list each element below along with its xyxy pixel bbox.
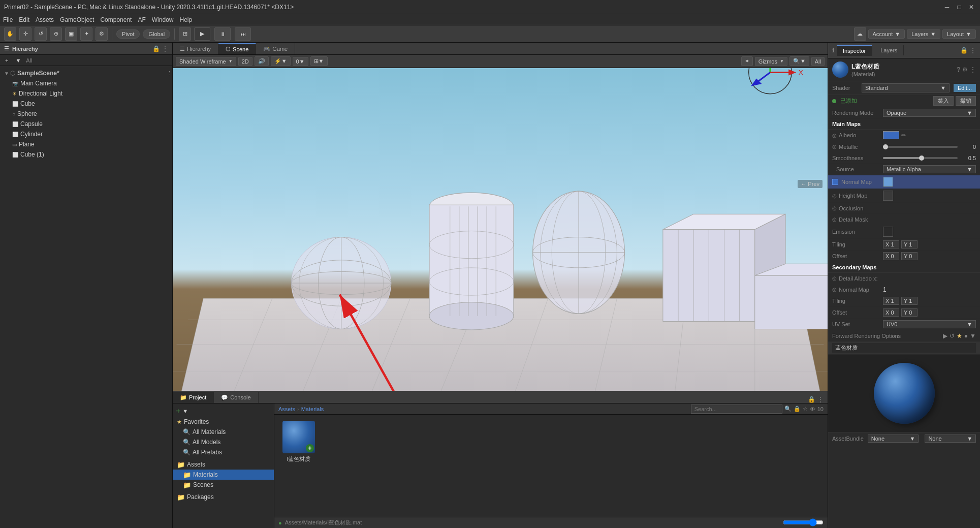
offset-y-input[interactable]: Y 0 — [901, 252, 918, 260]
minimize-button[interactable]: ─ — [942, 3, 952, 12]
all-models-item[interactable]: 🔍 All Models — [173, 437, 274, 447]
cube-item[interactable]: ⬜ Cube — [0, 99, 172, 109]
plane-item[interactable]: ▭ Plane — [0, 139, 172, 149]
main-camera-item[interactable]: 📷 Main Camera — [0, 78, 172, 88]
forward-more-icon[interactable]: ▼ — [970, 332, 976, 339]
project-lock-icon[interactable]: 🔒 — [808, 396, 815, 403]
undo-button[interactable]: 撤销 — [956, 96, 976, 106]
audio-button[interactable]: 🔊 — [255, 56, 269, 66]
tiling-x-input[interactable]: X 1 — [883, 240, 899, 249]
hierarchy-add-button[interactable]: + — [3, 57, 10, 64]
project-tab[interactable]: 📁 Project — [173, 392, 214, 403]
fx-button[interactable]: ⚡▼ — [271, 56, 291, 66]
hierarchy-tab-top[interactable]: ☰ Hierarchy — [173, 43, 218, 54]
layers-tab[interactable]: Layers — [874, 45, 904, 55]
console-tab[interactable]: 💬 Console — [214, 392, 258, 403]
capsule-item[interactable]: ⬜ Capsule — [0, 119, 172, 129]
forward-circle-icon[interactable]: ↺ — [950, 332, 955, 339]
materials-folder-item[interactable]: 📁 Materials — [173, 470, 274, 480]
metallic-slider[interactable] — [883, 146, 958, 148]
editor-tool[interactable]: ⚙ — [96, 27, 108, 41]
sec-offset-x[interactable]: X 0 — [883, 308, 899, 317]
cylinder-item[interactable]: ⬜ Cylinder — [0, 129, 172, 139]
menu-assets[interactable]: Assets — [36, 16, 54, 23]
scenes-folder-item[interactable]: 📁 Scenes — [173, 480, 274, 490]
menu-af[interactable]: AF — [138, 16, 145, 23]
forward-star-icon[interactable]: ★ — [957, 332, 962, 339]
shader-dropdown[interactable]: Standard ▼ — [862, 83, 950, 92]
offset-x-input[interactable]: X 0 — [883, 252, 899, 260]
gizmos-dropdown[interactable]: Gizmos — [755, 57, 787, 66]
metallic-thumb[interactable] — [883, 144, 888, 149]
inspector-menu-icon[interactable]: ⋮ — [970, 47, 976, 54]
zoom-slider[interactable] — [783, 518, 824, 526]
hand-tool[interactable]: ✋ — [4, 27, 16, 41]
packages-item[interactable]: 📁 Packages — [173, 492, 274, 502]
cloud-button[interactable]: ☁ — [854, 27, 866, 41]
rotate-tool[interactable]: ↺ — [35, 27, 47, 41]
2d-button[interactable]: 2D — [238, 57, 252, 66]
eye-icon-proj[interactable]: 👁 — [810, 406, 815, 412]
help-icon[interactable]: ? — [957, 66, 960, 73]
project-down-btn[interactable]: ▼ — [182, 408, 188, 414]
blue-material-asset[interactable]: + l蓝色材质 — [278, 419, 319, 465]
gizmos-btn[interactable]: ✦ — [741, 56, 753, 66]
sphere-item[interactable]: ○ Sphere — [0, 109, 172, 119]
layers-dropdown[interactable]: Layers ▼ — [907, 29, 940, 39]
close-button[interactable]: ✕ — [967, 3, 976, 12]
normal-map-checkbox[interactable] — [832, 179, 838, 185]
project-add-btn[interactable]: + — [176, 407, 180, 416]
step-button[interactable]: ⏭ — [235, 27, 251, 41]
tiling-y-input[interactable]: Y 1 — [901, 240, 918, 249]
scene-tab[interactable]: ⬡ Scene — [218, 43, 256, 54]
assets-header[interactable]: 📁 Assets — [173, 459, 274, 470]
sec-tiling-x[interactable]: X 1 — [883, 297, 899, 305]
favorites-header[interactable]: ★ Favorites — [173, 417, 274, 427]
emission-swatch[interactable] — [883, 227, 893, 237]
settings-icon[interactable]: ⚙ — [962, 66, 968, 73]
smoothness-slider[interactable] — [883, 157, 958, 159]
shading-dropdown[interactable]: Shaded Wireframe — [176, 57, 236, 66]
hierarchy-lock-icon[interactable]: 🔒 — [152, 45, 160, 52]
sec-tiling-y[interactable]: Y 1 — [901, 297, 918, 305]
account-dropdown[interactable]: Account ▼ — [868, 29, 905, 39]
rendering-mode-dropdown[interactable]: Opaque ▼ — [883, 109, 976, 117]
all-materials-item[interactable]: 🔍 All Materials — [173, 427, 274, 437]
directional-light-item[interactable]: ☀ Directional Light — [0, 88, 172, 99]
rect-tool[interactable]: ▣ — [65, 27, 77, 41]
asset-bundle-dropdown2[interactable]: None ▼ — [925, 434, 976, 443]
star-icon-proj[interactable]: ☆ — [803, 406, 808, 412]
menu-file[interactable]: File — [3, 16, 13, 23]
cube1-item[interactable]: ⬜ Cube (1) — [0, 149, 172, 160]
all-prefabs-item[interactable]: 🔍 All Prefabs — [173, 447, 274, 457]
transform-tool[interactable]: ✦ — [80, 27, 92, 41]
scene-search[interactable]: 🔍▼ — [789, 56, 809, 66]
hierarchy-menu-icon[interactable]: ⋮ — [162, 45, 168, 52]
maximize-button[interactable]: □ — [955, 3, 964, 12]
menu-gameobject[interactable]: GameObject — [60, 16, 94, 23]
inspector-tab[interactable]: Inspector — [837, 45, 872, 56]
height-map-thumb[interactable] — [883, 191, 893, 201]
forward-circle2-icon[interactable]: ● — [964, 332, 968, 339]
more-icon[interactable]: ⋮ — [970, 66, 976, 73]
sec-offset-y[interactable]: Y 0 — [901, 308, 918, 317]
scene-menu-icon[interactable]: ⋮ — [167, 70, 172, 77]
forward-play-icon[interactable]: ▶ — [943, 332, 947, 339]
game-tab[interactable]: 🎮 Game — [256, 43, 295, 54]
scale-tool[interactable]: ⊕ — [50, 27, 62, 41]
sign-in-button[interactable]: 签入 — [933, 96, 954, 106]
menu-help[interactable]: Help — [179, 16, 192, 23]
pivot-button[interactable]: Pivot — [116, 29, 140, 39]
prev-button[interactable]: ← Prev — [798, 180, 823, 188]
menu-component[interactable]: Component — [100, 16, 132, 23]
scene-grid[interactable]: ⊞▼ — [310, 56, 328, 66]
play-button[interactable]: ▶ — [194, 27, 210, 41]
shader-edit-button[interactable]: Edit... — [954, 84, 976, 92]
path-assets[interactable]: Assets — [278, 406, 295, 412]
pause-button[interactable]: ⏸ — [214, 27, 231, 41]
scene-layers[interactable]: 0▼ — [293, 57, 308, 66]
uv-set-dropdown[interactable]: UV0 ▼ — [883, 320, 976, 328]
lock-icon-proj[interactable]: 🔒 — [794, 406, 801, 412]
inspector-lock-icon[interactable]: 🔒 — [960, 47, 968, 54]
search-input[interactable] — [691, 405, 782, 414]
